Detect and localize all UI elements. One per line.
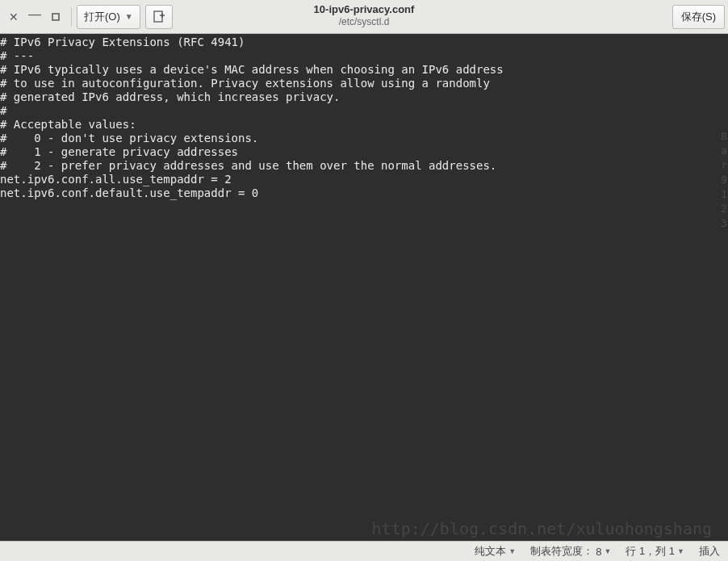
divider — [71, 7, 72, 27]
right-gutter: Bar9123 — [720, 34, 728, 541]
insert-mode[interactable]: 插入 — [699, 544, 720, 559]
titlebar: ✕ — 打开(O) ▼ 10-ipv6-privacy.conf /etc/sy… — [0, 0, 728, 34]
file-path: /etc/sysctl.d — [314, 16, 415, 27]
minimize-button[interactable]: — — [24, 6, 45, 27]
file-name: 10-ipv6-privacy.conf — [314, 3, 415, 16]
tabwidth-label: 制表符宽度： — [530, 544, 593, 559]
syntax-selector[interactable]: 纯文本 ▼ — [475, 544, 516, 559]
save-button[interactable]: 保存(S) — [672, 5, 725, 29]
title-area: 10-ipv6-privacy.conf /etc/sysctl.d — [314, 3, 415, 27]
new-document-icon — [153, 10, 165, 23]
new-tab-button[interactable] — [145, 5, 173, 29]
open-button-label: 打开(O) — [84, 10, 120, 24]
chevron-down-icon: ▼ — [508, 547, 516, 555]
svg-rect-1 — [154, 11, 162, 22]
chevron-down-icon: ▼ — [125, 12, 133, 21]
position-label: 行 1，列 1 — [625, 544, 675, 559]
text-editor[interactable]: # IPv6 Privacy Extensions (RFC 4941) # -… — [0, 34, 728, 541]
maximize-button[interactable] — [45, 6, 66, 27]
window-controls: ✕ — — [3, 6, 66, 27]
chevron-down-icon: ▼ — [604, 547, 611, 555]
close-button[interactable]: ✕ — [3, 6, 24, 27]
tabwidth-selector[interactable]: 制表符宽度： 8 ▼ — [530, 544, 611, 559]
chevron-down-icon: ▼ — [677, 547, 684, 555]
save-button-label: 保存(S) — [681, 10, 716, 24]
svg-rect-0 — [52, 14, 59, 20]
tabwidth-value: 8 — [596, 546, 601, 558]
cursor-position[interactable]: 行 1，列 1 ▼ — [625, 544, 684, 559]
mode-label: 插入 — [699, 544, 720, 559]
syntax-label: 纯文本 — [475, 544, 506, 559]
open-button[interactable]: 打开(O) ▼ — [77, 5, 140, 29]
statusbar: 纯文本 ▼ 制表符宽度： 8 ▼ 行 1，列 1 ▼ 插入 — [0, 541, 728, 561]
